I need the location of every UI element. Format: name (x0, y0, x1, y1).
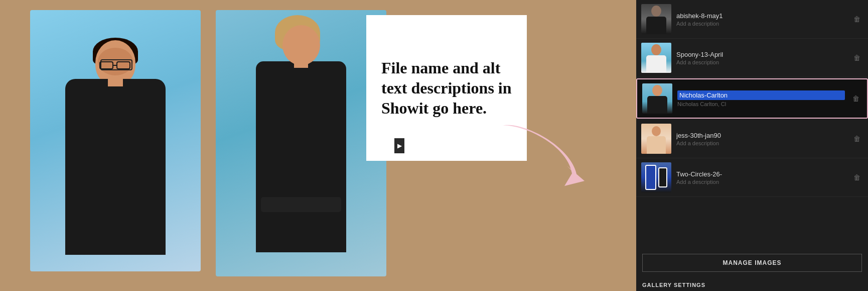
sidebar: abishek-8-may1 Add a description 🗑 Spoon… (636, 0, 868, 291)
image-item-2[interactable]: Spoony-13-April Add a description 🗑 (636, 39, 868, 77)
thumb-head-4 (652, 126, 661, 136)
image-info-5: Two-Circles-26- Add a description (676, 170, 846, 185)
canvas-area: File name and alt text descriptions in S… (0, 0, 636, 291)
delete-button-2[interactable]: 🗑 (851, 52, 863, 64)
image-name-1: abishek-8-may1 (676, 12, 846, 20)
image-info-4: jess-30th-jan90 Add a description (676, 132, 846, 146)
photo-man (30, 10, 201, 271)
gallery-settings-label: GALLERY SETTINGS (636, 277, 868, 291)
manage-images-button[interactable]: MANAGE IMAGES (642, 254, 862, 272)
thumb-head-3 (652, 85, 662, 96)
thumb-body-3 (647, 96, 667, 114)
delete-button-1[interactable]: 🗑 (851, 13, 863, 25)
image-item-4[interactable]: jess-30th-jan90 Add a description 🗑 (636, 120, 868, 158)
image-info-2: Spoony-13-April Add a description (676, 51, 846, 65)
delete-button-3[interactable]: 🗑 (850, 92, 862, 105)
man-body (65, 79, 166, 255)
image-thumb-1 (641, 4, 671, 34)
image-name-2: Spoony-13-April (676, 51, 846, 58)
image-desc-5: Add a description (676, 179, 846, 185)
man-figure (55, 40, 176, 271)
image-desc-4: Add a description (676, 140, 846, 146)
thumb-person-3 (642, 83, 672, 114)
image-name-3[interactable]: Nicholas-Carlton (677, 90, 845, 100)
thumb-body-4 (647, 136, 666, 154)
image-name-5: Two-Circles-26- (676, 170, 846, 178)
pink-arrow-icon (492, 116, 592, 196)
photo-woman (216, 10, 386, 276)
image-info-3: Nicholas-Carlton Nicholas Carlton, Cl (677, 90, 845, 107)
image-thumb-3 (642, 83, 672, 114)
thumb-phone-icon (645, 165, 656, 190)
thumb-body-2 (646, 55, 666, 73)
thumb-head-1 (651, 6, 661, 17)
delete-button-4[interactable]: 🗑 (851, 133, 863, 145)
image-thumb-2 (641, 43, 671, 73)
thumb-head-2 (651, 44, 661, 55)
callout-text: File name and alt text descriptions in S… (381, 58, 512, 118)
image-alt-text-3: Nicholas Carlton, Cl (677, 101, 845, 107)
thumb-person-2 (641, 43, 671, 73)
thumb-person-4 (641, 124, 671, 154)
image-thumb-5 (641, 162, 671, 192)
collapse-sidebar-button[interactable]: ▶ (394, 138, 404, 153)
image-list: abishek-8-may1 Add a description 🗑 Spoon… (636, 0, 868, 249)
image-info-1: abishek-8-may1 Add a description (676, 12, 846, 27)
thumb-content-5 (641, 162, 671, 192)
image-item-1[interactable]: abishek-8-may1 Add a description 🗑 (636, 0, 868, 39)
delete-button-5[interactable]: 🗑 (851, 171, 863, 183)
image-desc-1: Add a description (676, 21, 846, 27)
image-item-5[interactable]: Two-Circles-26- Add a description 🗑 (636, 158, 868, 197)
woman-figure (246, 25, 356, 276)
image-name-4: jess-30th-jan90 (676, 132, 846, 139)
image-item-3[interactable]: Nicholas-Carlton Nicholas Carlton, Cl 🗑 (636, 78, 868, 119)
thumb-person-1 (641, 4, 671, 34)
image-thumb-4 (641, 124, 671, 154)
thumb-phone-icon-2 (658, 167, 667, 187)
image-desc-2: Add a description (676, 59, 846, 65)
thumb-body-1 (646, 17, 666, 34)
